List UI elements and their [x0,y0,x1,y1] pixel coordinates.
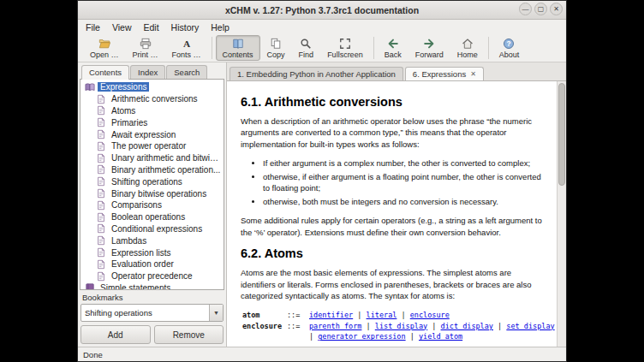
sidebar-tab-contents[interactable]: Contents [81,65,129,80]
syntax-separator: | [397,311,409,319]
syntax-link[interactable]: parenth_form [309,322,361,330]
syntax-block: atom ::= identifier | literal | enclosur… [242,310,546,342]
close-button[interactable]: ✕ [550,3,563,15]
titlebar[interactable]: xCHM v. 1.27: Python 3.7.3rc1 documentat… [78,1,566,20]
tree-item[interactable]: Evaluation order [80,258,224,270]
toolbar: Open … Print … A Fonts … Contents Copy F… [78,34,566,62]
tree-item[interactable]: Expressions [80,81,224,93]
toolbar-button[interactable]: Back [378,35,408,61]
tree-item[interactable]: Atoms [80,105,224,117]
toolbar-button[interactable]: Open … [83,35,126,61]
remove-bookmark-button[interactable]: Remove [154,325,224,344]
document-tabs: 1. Embedding Python in Another Applicati… [227,62,566,81]
tree-item[interactable]: Shifting operations [80,175,224,187]
syntax-link[interactable]: dict_display [441,322,493,330]
syntax-line: atom ::= identifier | literal | enclosur… [242,310,546,321]
page-icon [96,117,106,128]
page-icon [96,200,106,211]
copy-icon [270,38,282,50]
toolbar-button[interactable]: Fullscreen [320,35,370,61]
tree-item[interactable]: Lambdas [80,234,224,246]
tree-item[interactable]: Comparisons [80,199,224,211]
book-icon [85,282,95,290]
syntax-link[interactable]: list_display [375,322,427,330]
syntax-line: enclosure ::= parenth_form | list_displa… [242,321,546,332]
toolbar-button[interactable]: Contents [216,35,260,61]
scrollbar-thumb[interactable] [558,83,565,186]
add-bookmark-button[interactable]: Add [80,325,151,344]
syntax-link[interactable]: generator_expression [318,332,405,341]
syntax-line: | generator_expression | yield_atom [242,331,546,342]
toolbar-button[interactable]: Find [292,35,321,61]
bookmarks-selected-value: Shifting operations [81,308,209,317]
page-icon [96,129,106,139]
syntax-link[interactable]: literal [367,311,397,319]
page-icon [96,94,106,104]
syntax-link[interactable]: identifier [309,311,353,319]
bookmarks-combobox[interactable]: Shifting operations ▼ [80,304,224,322]
syntax-link[interactable]: yield_atom [419,332,462,341]
paragraph: Some additional rules apply for certain … [241,215,546,238]
menu-item-file[interactable]: File [80,21,106,33]
toolbar-button[interactable]: Print … [126,35,165,61]
sidebar: ContentsIndexSearch Expressions Arithmet… [78,62,227,347]
menubar: FileViewEditHistoryHelp [78,20,566,34]
fullscreen-icon [339,38,351,50]
conversion-rules-list: If either argument is a complex number, … [241,157,546,207]
sidebar-tab-search[interactable]: Search [166,65,207,79]
menu-item-history[interactable]: History [165,21,206,33]
tree-item[interactable]: Binary bitwise operations [80,187,224,199]
vertical-scrollbar[interactable] [557,81,566,347]
menu-item-view[interactable]: View [106,21,138,33]
tab-close-icon[interactable]: ✕ [470,70,476,78]
page-icon [96,235,106,246]
bookmarks-panel: Bookmarks Shifting operations ▼ Add Remo… [80,290,224,347]
about-icon: ? [503,38,515,50]
toolbar-button[interactable]: Copy [260,35,292,61]
sidebar-tab-index[interactable]: Index [130,65,165,79]
syntax-link[interactable]: enclosure [410,311,450,319]
toolbar-button[interactable]: ? About [492,35,527,61]
syntax-separator: | [406,332,419,341]
chevron-down-icon[interactable]: ▼ [209,305,223,321]
tree-item[interactable]: Boolean operations [80,211,224,223]
document-tab[interactable]: 6. Expressions ✕ [405,67,484,80]
toolbar-separator [212,37,212,59]
sidebar-tabs: ContentsIndexSearch [80,64,224,79]
maximize-button[interactable]: ▢ [534,3,547,15]
syntax-link[interactable]: set_display [506,322,554,330]
tree-item[interactable]: Unary arithmetic and bitwis... [80,152,224,164]
document-tab[interactable]: 1. Embedding Python in Another Applicati… [230,67,403,80]
menu-item-edit[interactable]: Edit [138,21,165,33]
paragraph: When a description of an arithmetic oper… [241,116,546,150]
bullet-item: otherwise, both must be integers and no … [263,196,546,207]
home-icon [462,38,474,50]
tree-item[interactable]: Await expression [80,128,224,140]
toolbar-button[interactable]: Home [450,35,485,61]
page-icon [96,247,106,258]
tree-item[interactable]: Conditional expressions [80,223,224,235]
find-icon [300,38,312,50]
tree-item[interactable]: Operator precedence [80,270,224,282]
page-icon [96,105,106,116]
svg-text:?: ? [507,39,511,48]
toolbar-button[interactable]: Forward [408,35,450,61]
print-icon [140,38,152,50]
toolbar-button[interactable]: A Fonts … [165,35,208,61]
tree-item[interactable]: Binary arithmetic operation... [80,164,224,176]
minimize-button[interactable]: — [519,3,532,15]
tree-item[interactable]: Expression lists [80,246,224,258]
bookmarks-buttons: Add Remove [80,325,224,344]
forward-icon [423,38,435,50]
syntax-separator: | [427,322,440,330]
syntax-separator: | [353,311,366,319]
menu-item-help[interactable]: Help [205,21,236,33]
bullet-item: If either argument is a complex number, … [263,157,546,169]
content-column: 1. Embedding Python in Another Applicati… [227,62,566,347]
tree-item[interactable]: Arithmetic conversions [80,93,224,105]
syntax-separator: | [493,322,506,330]
page-icon [96,259,106,270]
tree-item[interactable]: Simple statements [80,282,224,290]
tree-item[interactable]: Primaries [80,116,224,128]
tree-item[interactable]: The power operator [80,140,224,152]
